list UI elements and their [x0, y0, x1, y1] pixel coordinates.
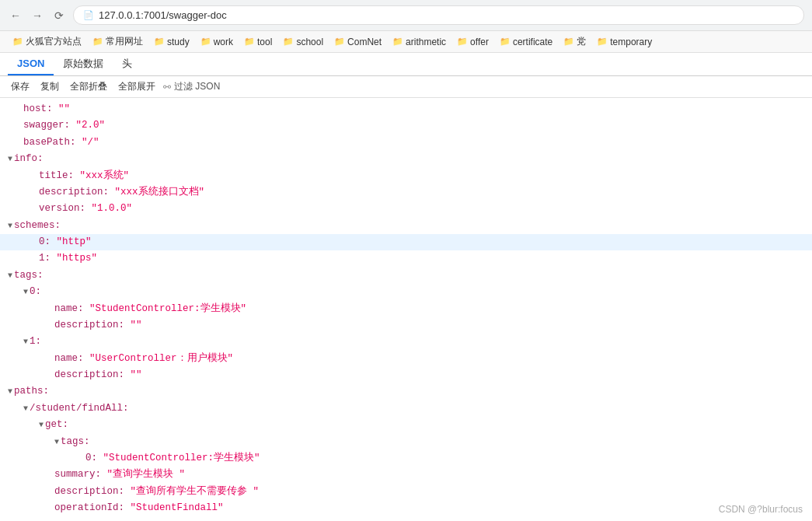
json-value: ""	[131, 368, 142, 383]
collapse-arrow[interactable]: ▼	[8, 153, 12, 166]
bookmark-school[interactable]: 📁 school	[278, 35, 328, 49]
address-bar[interactable]: 📄 127.0.0.1:7001/swagger-doc	[73, 5, 804, 25]
json-line: ▼paths:	[0, 383, 812, 400]
collapse-all-button[interactable]: 全部折叠	[67, 79, 110, 95]
json-key: 1:	[39, 251, 51, 266]
collapse-arrow[interactable]: ▼	[8, 386, 12, 398]
bookmark-work[interactable]: 📁 work	[196, 35, 238, 49]
json-key: 0:	[85, 451, 97, 466]
json-key: tags:	[61, 435, 90, 449]
json-key: schemes:	[14, 219, 61, 233]
json-line: ▼get:	[0, 417, 812, 433]
json-line: description: ""	[0, 367, 812, 383]
url-text: 127.0.0.1:7001/swagger-doc	[99, 9, 227, 21]
refresh-button[interactable]: ⟳	[51, 8, 67, 23]
json-line: ▼schemes:	[0, 218, 812, 234]
folder-icon-9: 📁	[500, 37, 511, 47]
json-key: host:	[23, 102, 53, 117]
json-key: info:	[14, 152, 44, 166]
json-line: name: "StudentController:学生模块"	[0, 301, 812, 317]
bookmark-label-6: ComNet	[347, 37, 382, 47]
bookmark-huhu[interactable]: 📁 火狐官方站点	[8, 33, 86, 50]
folder-icon-4: 📁	[244, 37, 255, 47]
collapse-arrow[interactable]: ▼	[8, 220, 12, 233]
json-value: "1.0.0"	[92, 201, 133, 216]
json-value: "xxx系统接口文档"	[115, 185, 205, 200]
folder-icon-5: 📁	[283, 37, 294, 47]
tab-raw[interactable]: 原始数据	[54, 52, 113, 77]
json-key: basePath:	[23, 135, 76, 150]
bookmark-temporary[interactable]: 📁 temporary	[592, 35, 657, 49]
bookmark-label-7: arithmetic	[406, 37, 446, 47]
bookmark-common[interactable]: 📁 常用网址	[88, 33, 148, 50]
save-button[interactable]: 保存	[8, 79, 33, 95]
bookmark-label-2: study	[167, 37, 190, 47]
json-line: title: "xxx系统"	[0, 168, 812, 184]
back-button[interactable]: ←	[8, 8, 23, 23]
filter-area: ⚯ 过滤 JSON	[163, 80, 220, 93]
forward-button[interactable]: →	[30, 8, 45, 23]
folder-icon-8: 📁	[457, 37, 468, 47]
json-value: "查询学生模块 "	[107, 467, 186, 482]
json-value: ""	[58, 102, 70, 117]
bookmark-arithmetic[interactable]: 📁 arithmetic	[388, 35, 451, 49]
collapse-arrow[interactable]: ▼	[23, 403, 28, 415]
collapse-arrow[interactable]: ▼	[23, 286, 28, 299]
json-key: version:	[39, 201, 85, 216]
json-key: title:	[39, 169, 74, 184]
json-key: 0:	[39, 235, 51, 250]
json-line: 0: "StudentController:学生模块"	[0, 450, 812, 467]
json-key: description:	[54, 368, 124, 383]
json-key: description:	[54, 318, 124, 333]
json-value: "StudentController:学生模块"	[89, 302, 246, 316]
json-value: ""	[131, 318, 142, 333]
bookmark-label-11: temporary	[610, 37, 652, 47]
collapse-arrow[interactable]: ▼	[54, 436, 59, 449]
bookmark-study[interactable]: 📁 study	[149, 35, 194, 49]
expand-all-button[interactable]: 全部展开	[115, 79, 159, 95]
json-line: ▼consumes:	[0, 516, 812, 521]
json-value: "xxx系统"	[80, 169, 130, 184]
bookmark-offer[interactable]: 📁 offer	[452, 35, 493, 49]
json-value: "2.0"	[76, 118, 106, 133]
bookmark-tool[interactable]: 📁 tool	[239, 35, 277, 49]
json-line: ▼0:	[0, 284, 812, 300]
json-line: host: ""	[0, 101, 812, 117]
json-line: 1: "https"	[0, 250, 812, 267]
bookmark-label-3: work	[214, 37, 233, 47]
bookmark-certificate[interactable]: 📁 certificate	[495, 35, 557, 49]
bookmark-label-0: 火狐官方站点	[26, 35, 82, 48]
collapse-arrow[interactable]: ▼	[8, 270, 12, 282]
tab-headers[interactable]: 头	[113, 52, 141, 77]
json-value: "StudentFindall"	[131, 501, 224, 516]
toolbar: 保存 复制 全部折叠 全部展开 ⚯ 过滤 JSON	[0, 76, 812, 98]
json-key: 0:	[30, 285, 41, 299]
json-line: description: ""	[0, 317, 812, 334]
json-line: ▼/student/findAll:	[0, 400, 812, 417]
json-key: tags:	[14, 268, 44, 283]
folder-icon-7: 📁	[392, 37, 403, 47]
json-key: description:	[39, 185, 109, 200]
folder-icon-11: 📁	[597, 37, 608, 47]
json-key: summary:	[54, 467, 101, 482]
json-value: "StudentController:学生模块"	[103, 451, 260, 466]
bookmark-dang[interactable]: 📁 党	[559, 33, 591, 50]
bookmark-comnet[interactable]: 📁 ComNet	[329, 35, 386, 49]
json-value: "http"	[57, 235, 92, 250]
json-line: summary: "查询学生模块 "	[0, 467, 812, 483]
json-key: swagger:	[23, 118, 70, 133]
json-key: 1:	[30, 334, 41, 349]
json-key: paths:	[14, 384, 49, 399]
copy-button[interactable]: 复制	[37, 79, 62, 95]
bookmark-label-1: 常用网址	[106, 35, 143, 48]
collapse-arrow[interactable]: ▼	[39, 419, 44, 432]
folder-icon-10: 📁	[563, 37, 574, 47]
tab-json[interactable]: JSON	[8, 53, 54, 75]
filter-icon: ⚯	[163, 82, 171, 93]
json-value: "UserController：用户模块"	[89, 351, 233, 366]
collapse-arrow[interactable]: ▼	[23, 336, 28, 348]
footer: CSDN @?blur:focus	[719, 504, 803, 515]
json-line: name: "UserController：用户模块"	[0, 351, 812, 367]
json-line: basePath: "/"	[0, 135, 812, 151]
filter-label: 过滤 JSON	[174, 80, 220, 93]
